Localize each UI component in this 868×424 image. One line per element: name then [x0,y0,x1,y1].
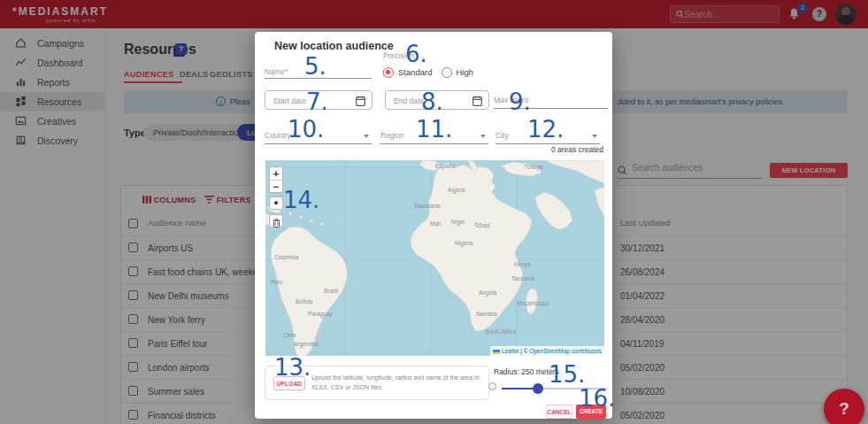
annotation-step-13: 13. [274,356,311,379]
annotation-step-16: 16. [579,387,615,410]
radio-standard-label: Standard [398,67,433,77]
calendar-icon [472,96,482,106]
zoom-out-button[interactable]: − [270,181,282,194]
map-label: Mauritanie [414,203,441,209]
annotation-step-11: 11. [416,118,452,141]
delete-areas-button[interactable] [269,214,283,227]
map-label: South Africa [485,328,516,335]
region-label: Region [380,131,404,140]
map-zoom-control: + − [269,166,283,193]
upload-hint-text: Upload the latitude, longitude, radius a… [311,373,483,392]
attribution-separator: | © [520,348,527,354]
annotation-step-6: 6. [405,42,427,66]
map-label: Angola [479,289,496,296]
map-label: España [435,163,455,169]
chevron-down-icon [592,135,597,138]
floating-help-button[interactable]: ? [824,389,864,424]
trash-icon [273,219,280,227]
map-label: Algérie [448,187,465,193]
map-label: Brasil [324,288,338,294]
map-label: Paraguay [308,311,333,317]
map-label: Argentina [294,341,319,347]
radio-high-label: High [457,67,474,77]
cancel-button[interactable]: CANCEL [546,405,572,419]
map-label: Niger [451,219,465,225]
zoom-in-button[interactable]: + [270,167,282,181]
map-label: Nigeria [455,240,473,246]
map-label: Tanzania [511,275,534,281]
annotation-step-5: 5. [304,55,326,78]
city-label: City [495,131,509,140]
radio-standard[interactable] [383,67,394,78]
start-date-label: Start date [273,96,306,105]
annotation-step-14: 14. [283,189,319,212]
leaflet-link[interactable]: Leaflet [502,348,519,354]
map-label: Perú [271,279,283,285]
chevron-down-icon [364,135,369,138]
chevron-down-icon [480,135,486,138]
ukraine-flag-icon [493,350,500,354]
app-root: *MEDIASMART powered by affle 2 ? Campaig… [0,0,868,424]
locate-button[interactable]: ● [269,197,283,210]
map-label: Tchad [474,222,489,228]
modal-title: New location audience [274,40,394,52]
map-label: Bolivia [296,298,312,305]
map-label: Colombia [274,254,298,260]
annotation-step-7: 7. [306,90,328,113]
map-label: Chile [283,332,296,338]
map-label: Mali [430,220,441,227]
annotation-step-9: 9. [509,90,531,113]
map-label: Namibia [476,311,497,317]
annotation-step-12: 12. [527,118,564,141]
radio-high[interactable] [442,67,452,78]
precision-radio-group: StandardHigh [383,64,482,76]
map-label: Moçambique [517,300,549,306]
annotation-step-8: 8. [421,90,443,113]
calendar-icon [356,96,365,106]
annotation-step-15: 15. [549,363,585,386]
osm-link[interactable]: OpenStreetMap contributors [529,348,602,354]
areas-created-count: 0 areas created [551,145,603,154]
map-attribution: Leaflet | © OpenStreetMap contributors [490,346,604,356]
radius-info-icon: i [488,382,496,390]
map-label: Kenya [514,261,530,267]
annotation-step-10: 10. [288,118,324,141]
radius-slider-thumb[interactable] [533,383,543,394]
map-label: Türkiye [524,164,542,170]
end-date-label: End date [394,96,424,105]
name-field-label: Name* [265,67,288,76]
